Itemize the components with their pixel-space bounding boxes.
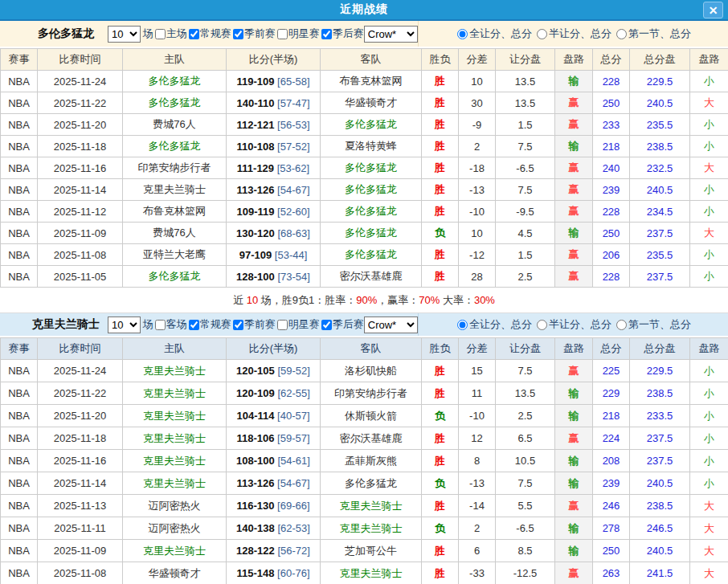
radio-input[interactable] (537, 29, 547, 39)
handicap-result-cell: 输 (555, 517, 593, 540)
over-under-cell: 小 (690, 244, 728, 266)
odds-type-radio[interactable]: 第一节、总分 (615, 27, 691, 41)
final-score: 120-109 (236, 387, 275, 399)
checkbox-input[interactable] (321, 320, 332, 330)
column-header: 总分盘 (630, 49, 690, 71)
close-button[interactable]: ✕ (703, 2, 723, 18)
filter-bar: 多伦多猛龙10场主场常规赛季前赛明星赛季后赛Crow*全让分、总分半让分、总分第… (0, 21, 728, 47)
halftime-score: [59-57] (277, 432, 309, 444)
filter-checkbox[interactable]: 季后赛 (320, 317, 364, 332)
odds-type-radio-group: 全让分、总分半让分、总分第一节、总分 (418, 21, 728, 47)
over-under-cell: 大 (690, 223, 728, 244)
filter-controls: 多伦多猛龙10场主场常规赛季前赛明星赛季后赛Crow* (0, 21, 418, 47)
final-score: 116-130 (236, 500, 274, 512)
halftime-score: [54-67] (277, 184, 309, 196)
game-row: NBA2025-11-18克里夫兰骑士118-106 [59-57]密尔沃基雄鹿… (1, 427, 728, 450)
checkbox-label: 季后赛 (333, 317, 364, 332)
filter-checkbox[interactable]: 季前赛 (231, 27, 276, 41)
radio-input[interactable] (537, 320, 547, 330)
radio-label: 半让分、总分 (549, 317, 611, 332)
point-diff-cell: 28 (459, 266, 496, 288)
halftime-score: [62-53] (277, 522, 309, 534)
games-count-select[interactable]: 10 (108, 26, 141, 43)
handicap-line-cell: -6.5 (496, 517, 555, 540)
checkbox-input[interactable] (189, 29, 199, 39)
halftime-score: [56-72] (277, 545, 309, 557)
radio-input[interactable] (616, 320, 627, 330)
date-cell: 2025-11-12 (38, 201, 123, 223)
checkbox-input[interactable] (233, 29, 243, 39)
league-cell: NBA (1, 562, 38, 584)
checkbox-input[interactable] (277, 320, 288, 330)
halftime-score: [65-58] (277, 76, 309, 88)
column-header: 比赛时间 (38, 338, 123, 360)
odds-type-radio[interactable]: 半让分、总分 (535, 317, 611, 332)
league-cell: NBA (1, 540, 38, 562)
checkbox-input[interactable] (277, 29, 288, 39)
home-team-cell: 克里夫兰骑士 (123, 360, 227, 382)
total-line-cell: 241.5 (630, 562, 690, 584)
point-diff-cell: -13 (459, 179, 496, 201)
column-header: 总分盘 (630, 338, 690, 360)
score-cell: 130-120 [68-63] (227, 223, 321, 244)
point-diff-cell: -18 (459, 157, 496, 179)
home-team-cell: 迈阿密热火 (123, 495, 227, 517)
radio-input[interactable] (616, 29, 627, 39)
filter-checkbox[interactable]: 明星赛 (276, 27, 320, 41)
away-team-cell: 多伦多猛龙 (321, 244, 422, 266)
checkbox-input[interactable] (189, 320, 199, 330)
checkbox-input[interactable] (233, 320, 243, 330)
odds-type-radio[interactable]: 半让分、总分 (535, 27, 611, 41)
over-under-cell: 大 (690, 157, 728, 179)
league-cell: NBA (1, 179, 38, 201)
handicap-result-cell: 输 (555, 472, 593, 495)
odds-type-radio[interactable]: 第一节、总分 (615, 317, 691, 332)
final-score: 109-119 (236, 206, 274, 218)
total-points-cell: 228 (593, 266, 630, 288)
radio-label: 第一节、总分 (628, 27, 691, 41)
checkbox-input[interactable] (321, 29, 332, 39)
final-score: 113-126 (236, 184, 274, 196)
point-diff-cell: 11 (459, 382, 496, 405)
over-under-cell: 小 (690, 360, 728, 382)
checkbox-input[interactable] (155, 29, 166, 39)
odds-type-radio[interactable]: 全让分、总分 (456, 27, 532, 41)
away-team-cell: 克里夫兰骑士 (321, 517, 422, 540)
total-points-cell: 239 (593, 179, 630, 201)
bookmaker-select[interactable]: Crow* (364, 26, 418, 43)
halftime-score: [57-47] (277, 97, 309, 109)
score-cell: 97-109 [53-44] (227, 244, 321, 266)
filter-checkbox[interactable]: 常规赛 (187, 317, 231, 332)
win-loss-cell: 胜 (422, 450, 459, 472)
score-cell: 115-148 [60-76] (227, 562, 321, 584)
filter-checkbox[interactable]: 季前赛 (231, 317, 276, 332)
bookmaker-select[interactable]: Crow* (364, 317, 418, 333)
final-score: 140-138 (236, 522, 275, 534)
home-team-cell: 克里夫兰骑士 (123, 179, 227, 201)
date-cell: 2025-11-22 (38, 92, 123, 114)
handicap-line-cell: 1.5 (496, 244, 555, 266)
radio-input[interactable] (457, 29, 468, 39)
odds-type-radio[interactable]: 全让分、总分 (456, 317, 532, 332)
filter-checkbox[interactable]: 明星赛 (276, 317, 320, 332)
away-team-cell: 多伦多猛龙 (321, 157, 422, 179)
home-team-cell: 克里夫兰骑士 (123, 382, 227, 405)
point-diff-cell: 6 (459, 540, 496, 562)
filter-checkbox[interactable]: 客场 (153, 317, 187, 332)
games-count-select[interactable]: 10 (108, 317, 141, 333)
total-points-cell: 250 (593, 223, 630, 244)
away-team-cell: 布鲁克林篮网 (321, 71, 422, 92)
radio-input[interactable] (457, 320, 468, 330)
filter-checkbox[interactable]: 季后赛 (320, 27, 364, 41)
score-cell: 116-130 [69-66] (227, 495, 321, 517)
final-score: 97-109 (239, 249, 272, 261)
handicap-line-cell: -9.5 (496, 201, 555, 223)
checkbox-input[interactable] (155, 320, 166, 330)
filter-checkbox[interactable]: 常规赛 (187, 27, 231, 41)
final-score: 113-126 (236, 477, 274, 489)
filter-checkbox[interactable]: 主场 (153, 27, 187, 41)
checkbox-label: 季后赛 (333, 27, 364, 41)
total-points-cell: 218 (593, 136, 630, 157)
total-points-cell: 229 (593, 382, 630, 405)
summary-text: 大率： (440, 293, 474, 308)
